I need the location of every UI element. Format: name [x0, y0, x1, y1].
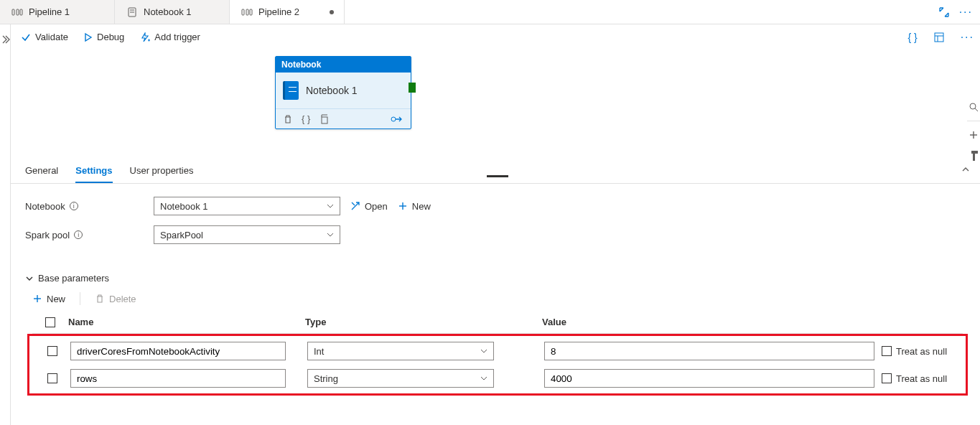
svg-rect-12: [322, 117, 327, 123]
svg-line-15: [975, 108, 978, 111]
svg-rect-9: [935, 33, 943, 42]
svg-rect-1: [17, 9, 19, 15]
col-type-header: Type: [305, 317, 542, 327]
chevron-down-icon: [480, 347, 487, 355]
tab-strip: Pipeline 1 Notebook 1 Pipeline 2 ···: [0, 0, 980, 24]
new-param-button[interactable]: New: [32, 294, 65, 304]
divider: [80, 292, 80, 305]
row-checkbox[interactable]: [47, 346, 57, 356]
code-braces-icon[interactable]: { }: [907, 32, 917, 43]
param-type-value: String: [314, 373, 338, 384]
delete-icon[interactable]: [283, 114, 293, 124]
chevron-down-icon: [480, 375, 487, 382]
validate-button[interactable]: Validate: [21, 32, 68, 42]
unsaved-dot-icon: [330, 10, 334, 14]
col-value-header: Value: [542, 317, 879, 327]
svg-rect-8: [250, 9, 252, 15]
svg-rect-6: [242, 9, 244, 15]
svg-point-14: [970, 103, 976, 109]
sparkpool-select-value: SparkPool: [160, 230, 203, 240]
tab-notebook-1[interactable]: Notebook 1: [115, 0, 230, 24]
base-parameters-label: Base parameters: [38, 273, 109, 284]
param-value-input[interactable]: [544, 369, 874, 388]
svg-rect-0: [12, 9, 14, 15]
activity-name: Notebook 1: [306, 85, 358, 96]
pipeline-icon: [241, 6, 253, 18]
svg-rect-2: [20, 9, 22, 15]
chevron-down-icon: [25, 274, 34, 283]
info-icon[interactable]: i: [70, 202, 78, 210]
notebook-icon: [283, 81, 299, 100]
copy-icon[interactable]: [319, 114, 329, 124]
chevron-down-icon: [327, 202, 334, 210]
debug-button[interactable]: Debug: [84, 32, 124, 42]
expand-icon[interactable]: [939, 7, 949, 17]
template-icon[interactable]: [933, 32, 945, 43]
debug-label: Debug: [97, 32, 124, 42]
tab-settings[interactable]: Settings: [75, 165, 112, 183]
code-braces-icon[interactable]: { }: [302, 113, 310, 124]
pipeline-canvas[interactable]: Notebook Notebook 1 { }: [11, 50, 980, 158]
treat-as-null-checkbox[interactable]: [882, 346, 892, 356]
param-row: Int Treat as null: [34, 337, 961, 365]
select-all-checkbox[interactable]: [45, 317, 55, 327]
pipeline-icon: [11, 6, 23, 18]
param-type-value: Int: [314, 346, 324, 357]
left-panel-toggle[interactable]: [0, 24, 11, 425]
add-trigger-label: Add trigger: [154, 32, 200, 42]
param-row: String Treat as null: [34, 365, 961, 392]
highlighted-params: Int Treat as null String Treat as null: [27, 334, 968, 396]
tab-user-properties[interactable]: User properties: [130, 165, 194, 183]
add-trigger-button[interactable]: Add trigger: [140, 32, 200, 42]
treat-as-null-label: Treat as null: [896, 373, 947, 384]
tab-general[interactable]: General: [25, 165, 58, 183]
notebook-select-value: Notebook 1: [160, 201, 208, 212]
tab-label: Notebook 1: [144, 6, 192, 17]
base-parameters-toggle[interactable]: Base parameters: [11, 267, 980, 286]
header-right-actions: ···: [939, 6, 973, 19]
col-name-header: Name: [68, 317, 305, 327]
activity-type-label: Notebook: [276, 57, 411, 73]
delete-param-button[interactable]: Delete: [95, 294, 136, 304]
tab-label: Pipeline 1: [29, 6, 70, 17]
treat-as-null-label: Treat as null: [896, 346, 947, 357]
notebook-field-label: Notebook: [25, 201, 65, 212]
notebook-activity[interactable]: Notebook Notebook 1 { }: [275, 56, 411, 129]
search-icon[interactable]: [963, 93, 980, 121]
sparkpool-select[interactable]: SparkPool: [154, 225, 340, 244]
tab-pipeline-1[interactable]: Pipeline 1: [0, 0, 115, 24]
pipeline-toolbar: Validate Debug Add trigger { } ···: [11, 24, 980, 50]
param-name-input[interactable]: [70, 369, 286, 388]
open-notebook-button[interactable]: Open: [350, 201, 388, 212]
chevron-down-icon: [327, 231, 334, 238]
more-icon[interactable]: ···: [959, 6, 973, 19]
tab-label: Pipeline 2: [258, 6, 299, 17]
new-label: New: [412, 201, 431, 212]
new-param-label: New: [47, 294, 65, 304]
zoom-in-icon[interactable]: [963, 121, 980, 149]
notebook-icon: [126, 6, 138, 18]
flow-icon[interactable]: [391, 114, 403, 124]
param-type-select[interactable]: String: [307, 369, 494, 388]
validate-label: Validate: [35, 32, 68, 42]
param-name-input[interactable]: [70, 342, 286, 360]
sparkpool-field-label: Spark pool: [25, 230, 70, 240]
delete-param-label: Delete: [109, 294, 136, 304]
canvas-vertical-tools: [963, 50, 980, 163]
treat-as-null-checkbox[interactable]: [882, 373, 892, 383]
notebook-select[interactable]: Notebook 1: [154, 197, 340, 215]
param-table-header: Name Type Value: [32, 311, 963, 334]
tab-pipeline-2[interactable]: Pipeline 2: [230, 0, 345, 24]
more-icon[interactable]: ···: [961, 31, 974, 44]
collapse-panel-icon[interactable]: [961, 165, 970, 174]
success-handle[interactable]: [409, 83, 416, 93]
new-notebook-button[interactable]: New: [398, 201, 431, 212]
param-type-select[interactable]: Int: [307, 342, 494, 360]
info-icon[interactable]: i: [74, 230, 83, 239]
svg-rect-7: [246, 9, 248, 15]
row-checkbox[interactable]: [47, 373, 57, 383]
svg-point-13: [391, 117, 396, 121]
param-value-input[interactable]: [544, 342, 874, 360]
open-label: Open: [365, 201, 388, 212]
settings-tabstrip: General Settings User properties: [11, 158, 980, 184]
